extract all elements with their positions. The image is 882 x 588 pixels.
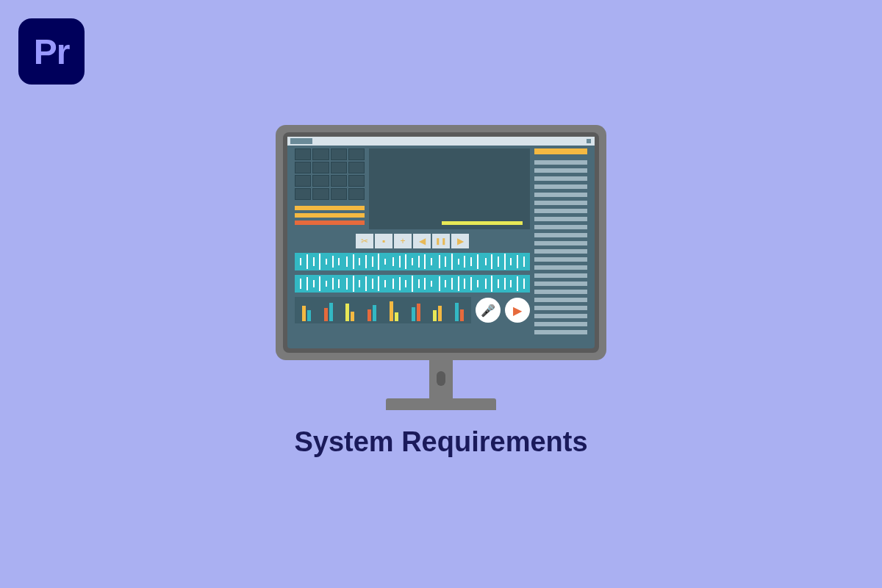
list-item xyxy=(534,241,587,245)
list-item xyxy=(534,330,587,334)
thumbnail-grid-panel xyxy=(295,148,365,229)
list-item xyxy=(534,282,587,286)
list-item xyxy=(534,168,587,173)
grid-cell xyxy=(312,188,329,200)
list-item xyxy=(534,290,587,294)
play-icon: ▶ xyxy=(505,298,530,323)
list-item xyxy=(534,298,587,302)
audio-waveform-track xyxy=(295,253,530,270)
monitor-illustration: ✂ ▪ + ◀ ❚❚ ▶ xyxy=(276,125,606,410)
grid-cell xyxy=(295,188,311,200)
grid-cell xyxy=(295,148,311,160)
premiere-pro-icon: Pr xyxy=(18,18,85,85)
grid-cell xyxy=(295,162,311,173)
grid-cell xyxy=(348,162,365,173)
grid-cell xyxy=(348,188,365,200)
panel-bar xyxy=(295,206,365,210)
microphone-icon: 🎤 xyxy=(476,298,501,323)
add-icon: + xyxy=(394,234,412,248)
grid-cell xyxy=(312,148,329,160)
list-item xyxy=(534,265,587,270)
list-item xyxy=(534,306,587,310)
titlebar-button xyxy=(587,139,591,143)
list-item xyxy=(534,160,587,165)
grid-cell xyxy=(331,188,347,200)
grid-cell xyxy=(331,162,347,173)
list-item xyxy=(534,314,587,318)
monitor-bezel: ✂ ▪ + ◀ ❚❚ ▶ xyxy=(283,132,599,353)
list-item xyxy=(534,322,587,326)
prev-icon: ◀ xyxy=(413,234,431,248)
audio-waveform-track xyxy=(295,275,530,293)
list-item xyxy=(534,217,587,221)
list-item xyxy=(534,257,587,262)
monitor-frame: ✂ ▪ + ◀ ❚❚ ▶ xyxy=(276,125,606,360)
side-accent xyxy=(534,148,587,154)
playback-controls: ✂ ▪ + ◀ ❚❚ ▶ xyxy=(295,234,530,248)
list-item xyxy=(534,233,587,237)
timeline-marker xyxy=(442,221,523,225)
clip-icon: ▪ xyxy=(375,234,392,248)
editor-screen: ✂ ▪ + ◀ ❚❚ ▶ xyxy=(287,137,595,348)
monitor-stand-base xyxy=(386,398,496,410)
list-item xyxy=(534,249,587,254)
side-panel xyxy=(534,148,587,341)
grid-cell xyxy=(348,175,365,187)
list-item xyxy=(534,273,587,278)
panel-bar xyxy=(295,220,365,225)
list-item xyxy=(534,201,587,205)
monitor-stand-neck xyxy=(429,360,453,398)
grid-cell xyxy=(331,175,347,187)
grid-cell xyxy=(348,148,365,160)
list-item xyxy=(534,209,587,213)
app-icon-label: Pr xyxy=(34,32,70,72)
grid-cell xyxy=(312,175,329,187)
list-item xyxy=(534,225,587,229)
pause-icon: ❚❚ xyxy=(432,234,450,248)
list-item xyxy=(534,193,587,197)
panel-bar xyxy=(295,213,365,218)
list-item xyxy=(534,184,587,189)
grid-cell xyxy=(331,148,347,160)
grid-cell xyxy=(312,162,329,173)
grid-cell xyxy=(295,175,311,187)
next-icon: ▶ xyxy=(451,234,469,248)
thumbnail-grid xyxy=(295,148,365,200)
stand-hole xyxy=(437,371,445,386)
audio-mixer xyxy=(295,297,471,323)
list-item xyxy=(534,176,587,181)
titlebar-tab xyxy=(290,138,312,144)
cut-icon: ✂ xyxy=(356,234,373,248)
window-titlebar xyxy=(287,137,595,146)
preview-window xyxy=(369,148,530,229)
caption-text: System Requirements xyxy=(294,426,587,458)
